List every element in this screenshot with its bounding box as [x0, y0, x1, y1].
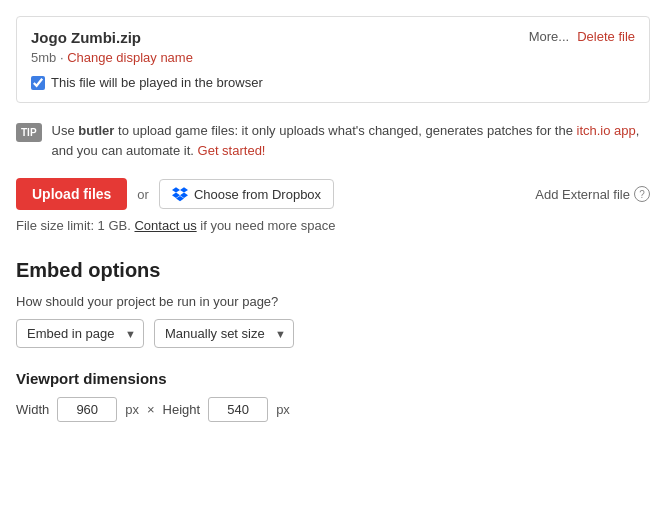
height-label: Height [163, 402, 201, 417]
file-size-text: File size limit: 1 GB. [16, 218, 131, 233]
upload-row: Upload files or Choose from Dropbox Add … [16, 178, 650, 210]
get-started-link[interactable]: Get started! [198, 143, 266, 158]
embed-select-wrapper: Embed in page Link to page No embed ▼ [16, 319, 144, 348]
embed-select[interactable]: Embed in page Link to page No embed [16, 319, 144, 348]
height-input[interactable] [208, 397, 268, 422]
viewport-title: Viewport dimensions [16, 370, 650, 387]
embed-options-title: Embed options [16, 259, 650, 282]
or-text: or [137, 187, 149, 202]
width-px-label: px [125, 402, 139, 417]
file-card: Jogo Zumbi.zip More... Delete file 5mb ·… [16, 16, 650, 103]
delete-link[interactable]: Delete file [577, 29, 635, 44]
itchio-link[interactable]: itch.io app [577, 123, 636, 138]
dropbox-icon [172, 186, 188, 202]
file-size: 5mb [31, 50, 56, 65]
height-px-label: px [276, 402, 290, 417]
upload-files-button[interactable]: Upload files [16, 178, 127, 210]
add-external-link[interactable]: Add External file ? [535, 186, 650, 202]
contact-link[interactable]: Contact us [134, 218, 196, 233]
help-icon: ? [634, 186, 650, 202]
add-external-label: Add External file [535, 187, 630, 202]
browser-play-row: This file will be played in the browser [31, 75, 635, 90]
width-input[interactable] [57, 397, 117, 422]
dropbox-button[interactable]: Choose from Dropbox [159, 179, 334, 209]
viewport-row: Width px × Height px [16, 397, 650, 422]
change-display-name-link[interactable]: Change display name [67, 50, 193, 65]
dimension-separator: × [147, 402, 155, 417]
tip-box: TIP Use butler to upload game files: it … [16, 121, 650, 160]
tip-text: Use butler to upload game files: it only… [52, 121, 650, 160]
tip-badge: TIP [16, 123, 42, 142]
size-select[interactable]: Manually set size Auto detect Fixed size [154, 319, 294, 348]
size-select-wrapper: Manually set size Auto detect Fixed size… [154, 319, 294, 348]
browser-play-label: This file will be played in the browser [51, 75, 263, 90]
file-size-note: File size limit: 1 GB. Contact us if you… [16, 218, 650, 233]
file-name: Jogo Zumbi.zip [31, 29, 141, 46]
width-label: Width [16, 402, 49, 417]
viewport-section: Viewport dimensions Width px × Height px [16, 370, 650, 422]
more-link[interactable]: More... [529, 29, 569, 44]
file-meta: 5mb · Change display name [31, 50, 635, 65]
dropbox-button-label: Choose from Dropbox [194, 187, 321, 202]
embed-selects: Embed in page Link to page No embed ▼ Ma… [16, 319, 650, 348]
browser-play-checkbox[interactable] [31, 76, 45, 90]
file-actions: More... Delete file [529, 29, 635, 44]
butler-text: butler [78, 123, 114, 138]
embed-question: How should your project be run in your p… [16, 294, 650, 309]
file-card-header: Jogo Zumbi.zip More... Delete file [31, 29, 635, 46]
